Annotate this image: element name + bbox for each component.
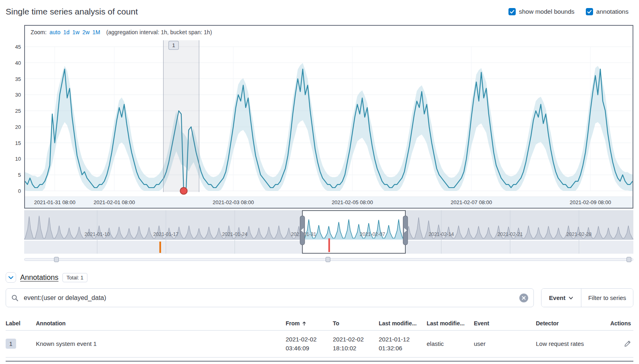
col-annotation[interactable]: Annotation <box>36 320 286 327</box>
time-range-slider[interactable] <box>24 256 633 263</box>
event-filter-dropdown[interactable]: Event <box>541 289 581 307</box>
context-tick-label: 2021-01-10 <box>85 232 110 237</box>
y-axis: 051015202530354045 <box>6 25 24 263</box>
cell-detector: Low request rates <box>536 340 603 347</box>
zoom-2w-link[interactable]: 2w <box>82 29 89 35</box>
cell-to: 2021-02-02 18:10:02 <box>333 335 379 353</box>
col-last-modified-time[interactable]: Last modifie... <box>379 320 427 327</box>
cell-actions <box>603 340 633 347</box>
pencil-icon <box>624 340 631 347</box>
checkbox-label: annotations <box>596 8 629 15</box>
x-axis-label: 2021-02-09 08:00 <box>570 199 611 205</box>
zoom-auto-link[interactable]: auto <box>50 29 60 35</box>
annotation-region[interactable] <box>163 40 199 192</box>
col-event[interactable]: Event <box>474 320 536 327</box>
chart-column: Zoom: auto 1d 1w 2w 1M (aggregation inte… <box>24 25 633 263</box>
context-tick-label: 2021-01-24 <box>222 232 247 237</box>
annotations-header: Annotations Total: 1 <box>6 272 633 283</box>
y-axis-label: 0 <box>18 188 21 194</box>
col-from[interactable]: From <box>286 320 333 327</box>
bottom-divider <box>6 361 633 362</box>
x-axis-label: 2021-02-01 08:00 <box>93 199 135 205</box>
range-slider-handle[interactable] <box>54 257 59 262</box>
col-label: Label <box>6 320 36 327</box>
context-tick-label: 2021-02-28 <box>566 232 592 237</box>
zoom-label: Zoom: <box>31 29 47 35</box>
y-axis-label: 10 <box>15 156 21 162</box>
annotations-title[interactable]: Annotations <box>20 273 58 282</box>
range-slider-handle[interactable] <box>326 257 330 262</box>
search-input[interactable] <box>6 289 533 307</box>
from-date: 2021-02-02 <box>286 335 333 344</box>
col-last-modified-by[interactable]: Last modifie... <box>427 320 474 327</box>
annotation-chip-label: 1 <box>172 42 175 48</box>
zoom-1M-link[interactable]: 1M <box>92 29 100 35</box>
x-axis-label: 2021-02-05 08:00 <box>332 199 373 205</box>
annotations-table: Label Annotation From To Last modifie...… <box>6 318 633 362</box>
checkbox-annotations[interactable]: annotations <box>586 8 629 15</box>
chevron-down-icon <box>568 296 573 300</box>
cell-last-modified-by: elastic <box>427 340 474 347</box>
modified-time: 01:32:06 <box>379 344 427 353</box>
context-tick-label: 2021-02-07 <box>360 232 385 237</box>
from-time: 03:46:09 <box>286 344 333 353</box>
checkbox-label: show model bounds <box>519 8 575 15</box>
table-header: Label Annotation From To Last modifie...… <box>6 318 633 331</box>
col-from-label: From <box>286 320 300 327</box>
x-axis: 2021-01-31 08:002021-02-01 08:002021-02-… <box>25 196 633 208</box>
annotations-search-box <box>6 288 534 307</box>
x-axis-label: 2021-01-31 08:00 <box>34 199 76 205</box>
checkbox-checked-icon <box>586 8 593 15</box>
cell-label: 1 <box>6 339 36 349</box>
modified-date: 2021-01-12 <box>379 335 427 344</box>
page-title: Single time series analysis of count <box>6 7 138 17</box>
swimlane-marker[interactable] <box>160 242 161 253</box>
context-tick-label: 2021-02-14 <box>429 232 454 237</box>
cell-annotation: Known system event 1 <box>36 340 286 347</box>
to-time: 18:10:02 <box>333 344 379 353</box>
annotation-label-badge: 1 <box>6 339 16 349</box>
edit-annotation-button[interactable] <box>624 340 631 347</box>
topbar: Single time series analysis of count sho… <box>6 3 633 20</box>
main-chart-panel: Zoom: auto 1d 1w 2w 1M (aggregation inte… <box>24 25 633 209</box>
context-overview-chart[interactable]: 2021-01-102021-01-172021-01-242021-01-31… <box>24 210 633 255</box>
annotations-total-badge: Total: 1 <box>62 273 87 282</box>
timeseries-chart[interactable]: 1 <box>25 39 633 196</box>
y-axis-label: 15 <box>15 140 21 146</box>
clear-search-button[interactable] <box>519 294 528 302</box>
x-axis-label: 2021-02-03 08:00 <box>213 199 254 205</box>
swimlane-marker[interactable] <box>328 238 330 252</box>
chart-option-checkboxes: show model bounds annotations <box>508 8 629 15</box>
annotation-table-row: 1 Known system event 1 2021-02-02 03:46:… <box>6 331 633 358</box>
event-filter-label: Event <box>549 294 566 301</box>
context-tick-label: 2021-01-17 <box>153 232 178 237</box>
y-axis-label: 30 <box>15 92 21 98</box>
y-axis-label: 35 <box>15 76 21 82</box>
y-axis-label: 45 <box>15 44 21 50</box>
x-axis-label: 2021-02-07 08:00 <box>451 199 492 205</box>
col-to[interactable]: To <box>333 320 379 327</box>
y-axis-label: 20 <box>15 124 21 130</box>
filter-to-series-button[interactable]: Filter to series <box>581 289 633 307</box>
y-axis-label: 25 <box>15 108 21 114</box>
close-icon <box>522 296 526 300</box>
to-date: 2021-02-02 <box>333 335 379 344</box>
single-metric-viewer: Single time series analysis of count sho… <box>0 0 639 362</box>
filter-button-group: Event Filter to series <box>541 288 633 307</box>
range-slider-handle[interactable] <box>627 257 631 262</box>
cell-event: user <box>474 340 536 347</box>
zoom-1d-link[interactable]: 1d <box>63 29 70 35</box>
sort-ascending-icon <box>302 321 307 326</box>
cell-from: 2021-02-02 03:46:09 <box>286 335 333 353</box>
col-detector[interactable]: Detector <box>536 320 603 327</box>
chart-section: 051015202530354045 Zoom: auto 1d 1w 2w 1… <box>6 25 633 263</box>
annotations-accordion-toggle[interactable] <box>6 272 16 283</box>
anomaly-marker[interactable] <box>180 188 187 194</box>
y-axis-label: 5 <box>18 172 21 178</box>
checkbox-show-model-bounds[interactable]: show model bounds <box>508 8 575 15</box>
checkbox-checked-icon <box>508 8 516 15</box>
zoom-1w-link[interactable]: 1w <box>73 29 80 35</box>
cell-last-modified-time: 2021-01-12 01:32:06 <box>379 335 427 353</box>
chevron-down-icon <box>9 277 13 279</box>
y-axis-label: 40 <box>15 60 21 66</box>
